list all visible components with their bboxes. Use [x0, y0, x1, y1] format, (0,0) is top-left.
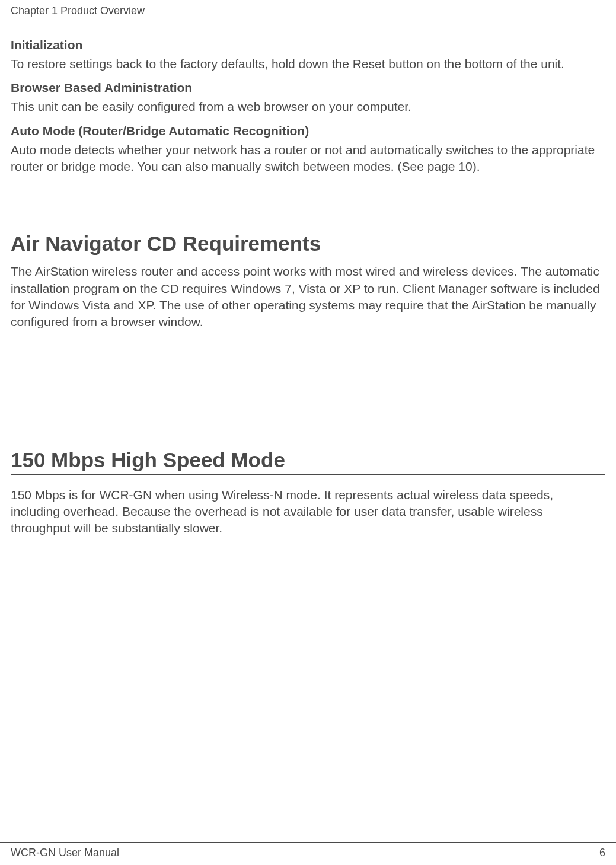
- auto-mode-heading: Auto Mode (Router/Bridge Automatic Recog…: [11, 124, 605, 138]
- spacer: [11, 336, 605, 448]
- spacer: [11, 180, 605, 232]
- air-navigator-body: The AirStation wireless router and acces…: [11, 263, 605, 330]
- browser-admin-body: This unit can be easily configured from …: [11, 98, 605, 115]
- high-speed-body: 150 Mbps is for WCR-GN when using Wirele…: [11, 487, 605, 537]
- page-footer: WCR-GN User Manual 6: [0, 842, 616, 859]
- auto-mode-body: Auto mode detects whether your network h…: [11, 142, 605, 175]
- page-header: Chapter 1 Product Overview: [0, 0, 616, 20]
- initialization-body: To restore settings back to the factory …: [11, 56, 605, 72]
- initialization-heading: Initialization: [11, 38, 605, 52]
- footer-page-number: 6: [599, 847, 605, 859]
- high-speed-heading: 150 Mbps High Speed Mode: [11, 448, 605, 475]
- page-content: Initialization To restore settings back …: [0, 20, 616, 537]
- browser-admin-heading: Browser Based Administration: [11, 81, 605, 95]
- chapter-label: Chapter 1 Product Overview: [11, 5, 145, 17]
- air-navigator-heading: Air Navigator CD Requirements: [11, 232, 605, 258]
- footer-manual-label: WCR-GN User Manual: [11, 847, 119, 859]
